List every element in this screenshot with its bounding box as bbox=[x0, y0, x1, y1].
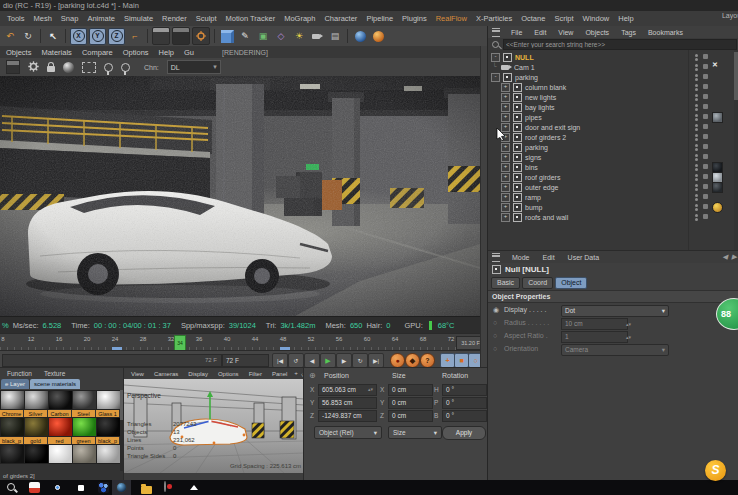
material-swatch[interactable]: Steel bbox=[72, 390, 95, 416]
object-properties-header[interactable]: Object Properties bbox=[488, 290, 738, 303]
om-menu-bookmarks[interactable]: Bookmarks bbox=[645, 29, 686, 36]
autokey-button[interactable]: ◆ bbox=[405, 353, 420, 368]
spinner-icon[interactable]: ▴▾ bbox=[626, 333, 738, 341]
lv-menu-options[interactable]: Options bbox=[120, 48, 152, 57]
visibility-dots[interactable] bbox=[695, 213, 698, 222]
menu-sculpt[interactable]: Sculpt bbox=[193, 14, 220, 23]
object-row-column-blank[interactable]: + column blank bbox=[488, 82, 738, 92]
visibility-dots[interactable] bbox=[695, 83, 698, 92]
visibility-dots[interactable] bbox=[695, 103, 698, 112]
menu-octane[interactable]: Octane bbox=[518, 14, 548, 23]
key-position-toggle[interactable]: + bbox=[440, 353, 455, 368]
frame-range-slider[interactable]: 72 F bbox=[2, 354, 222, 367]
object-list-scrollbar[interactable] bbox=[734, 50, 738, 250]
material-swatch[interactable] bbox=[24, 444, 47, 470]
radio-icon[interactable]: ○ bbox=[493, 345, 497, 352]
visibility-dots[interactable] bbox=[695, 123, 698, 132]
lv-menu-compare[interactable]: Compare bbox=[79, 48, 116, 57]
material-swatch[interactable]: Glass 1 bbox=[96, 390, 119, 416]
om-menu-file[interactable]: File bbox=[508, 29, 525, 36]
enable-toggle[interactable] bbox=[703, 74, 708, 79]
mograph-object-icon[interactable]: ▣ bbox=[255, 28, 271, 44]
radius-field[interactable]: 10 cm bbox=[561, 318, 628, 330]
spline-pen-icon[interactable]: ✎ bbox=[237, 28, 253, 44]
settings-gear-icon[interactable] bbox=[28, 61, 39, 74]
enable-toggle[interactable] bbox=[703, 134, 708, 139]
camera-tag-icon[interactable]: ✕ bbox=[712, 61, 718, 69]
previous-key-button[interactable]: ↺ bbox=[288, 353, 304, 368]
channel-dropdown[interactable]: DL ▾ bbox=[167, 60, 221, 74]
keyframe-selection-button[interactable]: ? bbox=[420, 353, 435, 368]
menu-motion-tracker[interactable]: Motion Tracker bbox=[223, 14, 279, 23]
play-button[interactable]: ▶ bbox=[320, 353, 336, 368]
material-swatch[interactable] bbox=[96, 444, 119, 470]
visibility-dots[interactable] bbox=[695, 93, 698, 102]
enable-toggle[interactable] bbox=[703, 144, 708, 149]
screen-recorder-icon[interactable] bbox=[164, 481, 166, 492]
scene-camera-icon[interactable] bbox=[309, 28, 325, 44]
lv-menu-help[interactable]: Help bbox=[156, 48, 177, 57]
enable-toggle[interactable] bbox=[703, 64, 708, 69]
octane-liveviewer-icon[interactable] bbox=[352, 28, 368, 44]
undo-icon[interactable]: ↶ bbox=[2, 28, 18, 44]
am-menu-mode[interactable]: Mode bbox=[509, 254, 533, 261]
enable-toggle[interactable] bbox=[703, 214, 708, 219]
rotation-b-field[interactable]: 0 ° bbox=[442, 410, 487, 422]
loop-button[interactable]: ↻ bbox=[352, 353, 368, 368]
visibility-dots[interactable] bbox=[695, 203, 698, 212]
menu-snap[interactable]: Snap bbox=[58, 14, 82, 23]
redo-icon[interactable]: ↻ bbox=[20, 28, 36, 44]
position-z-field[interactable]: -1249.837 cm bbox=[318, 410, 377, 422]
material-swatch[interactable]: Chrome bbox=[0, 390, 23, 416]
current-frame-field[interactable]: 72 F bbox=[222, 354, 269, 367]
radio-icon[interactable]: ○ bbox=[493, 332, 497, 339]
select-cursor-icon[interactable]: ↖ bbox=[45, 28, 61, 44]
rotation-p-field[interactable]: 0 ° bbox=[442, 397, 487, 409]
material-swatch[interactable]: gold bbox=[24, 417, 47, 443]
deformer-icon[interactable]: ◇ bbox=[273, 28, 289, 44]
file-explorer-icon[interactable] bbox=[141, 482, 152, 493]
layout-selector[interactable]: Layout bbox=[722, 12, 738, 19]
aspect-ratio-field[interactable]: 1 bbox=[561, 331, 628, 343]
vp-menu-cameras[interactable]: Cameras bbox=[151, 371, 181, 377]
visibility-dots[interactable] bbox=[695, 73, 698, 82]
pick-object-pin-icon[interactable] bbox=[121, 63, 130, 72]
expand-toggle[interactable]: + bbox=[501, 203, 510, 212]
am-menu-edit[interactable]: Edit bbox=[540, 254, 558, 261]
enable-toggle[interactable] bbox=[703, 94, 708, 99]
material-swatch[interactable] bbox=[48, 444, 71, 470]
expand-toggle[interactable]: - bbox=[491, 53, 500, 62]
vp-menu-view[interactable]: View bbox=[128, 371, 147, 377]
display-mode-icon[interactable]: ▤ bbox=[327, 28, 343, 44]
object-search-input[interactable] bbox=[503, 39, 737, 50]
expand-toggle[interactable]: + bbox=[501, 143, 510, 152]
add-cube-icon[interactable] bbox=[219, 28, 235, 44]
material-swatch[interactable]: black_p bbox=[0, 417, 23, 443]
size-mode-dropdown[interactable]: Size▾ bbox=[388, 426, 442, 439]
lv-menu-materials[interactable]: Materials bbox=[38, 48, 74, 57]
previous-frame-button[interactable]: ◀ bbox=[304, 353, 320, 368]
render-settings-icon[interactable] bbox=[192, 27, 210, 45]
tab-scene-materials[interactable]: scene materials bbox=[30, 379, 80, 389]
enable-toggle[interactable] bbox=[703, 204, 708, 209]
menu-script[interactable]: Script bbox=[551, 14, 576, 23]
object-row-parking-2[interactable]: + parking bbox=[488, 142, 738, 152]
vp-menu-options[interactable]: Options bbox=[215, 371, 242, 377]
menu-mesh[interactable]: Mesh bbox=[31, 14, 55, 23]
object-row-ramp[interactable]: + ramp bbox=[488, 192, 738, 202]
rotation-h-field[interactable]: 0 ° bbox=[442, 384, 487, 396]
coordinate-system-icon[interactable]: ⌐ bbox=[127, 28, 143, 44]
expand-toggle[interactable]: + bbox=[501, 193, 510, 202]
pick-material-pin-icon[interactable] bbox=[104, 63, 113, 72]
expand-toggle[interactable]: + bbox=[501, 183, 510, 192]
enable-toggle[interactable] bbox=[703, 104, 708, 109]
axis-z-toggle[interactable]: Z bbox=[108, 28, 125, 45]
visibility-dots[interactable] bbox=[695, 193, 698, 202]
expand-toggle[interactable]: + bbox=[501, 213, 510, 222]
perspective-viewport[interactable]: Perspective Triangles2077243 Objects13 L… bbox=[124, 379, 304, 473]
expand-toggle[interactable]: + bbox=[501, 153, 510, 162]
object-row-bay-lights[interactable]: + bay lights bbox=[488, 102, 738, 112]
taskbar-blue-app-icon[interactable] bbox=[98, 482, 109, 493]
menu-help[interactable]: Help bbox=[615, 14, 636, 23]
panel-menu-icon[interactable] bbox=[492, 28, 500, 37]
